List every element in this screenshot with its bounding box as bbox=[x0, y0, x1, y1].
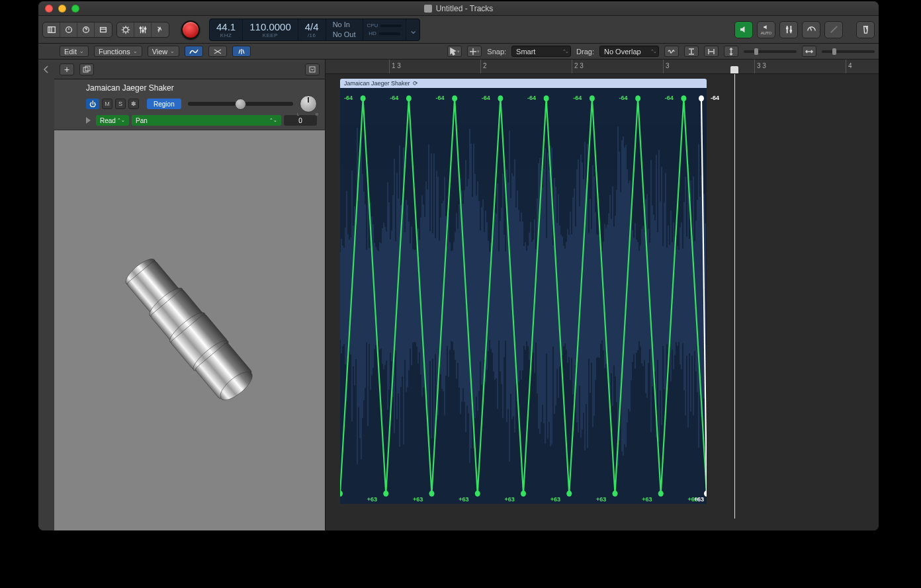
editors-button[interactable] bbox=[152, 22, 169, 37]
automation-point-label: +63 bbox=[596, 496, 606, 503]
ruler-mark: 3 3 bbox=[754, 60, 766, 73]
waveform-area[interactable]: Jamaican Jaeger Shaker⟳ -64-64-64-64-64-… bbox=[326, 74, 879, 519]
playhead-handle[interactable] bbox=[730, 66, 738, 74]
snap-select[interactable]: Smart bbox=[511, 46, 571, 57]
help-button[interactable] bbox=[77, 22, 95, 37]
mute-button[interactable]: M bbox=[102, 99, 112, 109]
auto-button[interactable]: AUTO bbox=[757, 21, 775, 38]
svg-point-30 bbox=[521, 491, 526, 497]
svg-point-31 bbox=[544, 95, 549, 101]
hzoom-button[interactable] bbox=[802, 46, 816, 57]
region-mode-button[interactable]: Region bbox=[147, 99, 181, 109]
library-button[interactable] bbox=[43, 22, 60, 37]
ruler-mark: 1 3 bbox=[389, 60, 401, 73]
track-name[interactable]: Jamaican Jaeger Shaker bbox=[86, 83, 317, 93]
svg-rect-3 bbox=[101, 27, 107, 32]
power-button[interactable]: ⏻ bbox=[86, 99, 99, 109]
lcd-tempo[interactable]: 110.0000 KEEP bbox=[243, 19, 298, 40]
svg-point-9 bbox=[789, 30, 792, 32]
bottom-strip bbox=[326, 519, 879, 530]
metronome-button[interactable] bbox=[856, 21, 875, 38]
left-gutter bbox=[38, 60, 54, 530]
drag-label: Drag: bbox=[576, 48, 594, 56]
arrange-area: 1 322 333 34 Jamaican Jaeger Shaker⟳ -64… bbox=[326, 60, 879, 530]
lcd-performance[interactable]: CPU HD bbox=[363, 19, 407, 40]
tuner-button[interactable] bbox=[802, 21, 820, 38]
automation-point-label: +63 bbox=[459, 496, 468, 503]
automation-disclosure-icon[interactable] bbox=[86, 117, 91, 124]
track-list-menu-button[interactable] bbox=[305, 63, 320, 75]
automation-param-select[interactable]: Pan⌃⌄ bbox=[132, 115, 281, 126]
close-icon[interactable] bbox=[45, 5, 53, 13]
edit-menu[interactable]: Edit⌄ bbox=[60, 46, 89, 57]
automation-point-label: -64 bbox=[436, 95, 445, 101]
loop-button[interactable] bbox=[824, 21, 843, 38]
toolbar-button[interactable] bbox=[95, 22, 112, 37]
svg-point-27 bbox=[452, 95, 457, 101]
snap-label: Snap: bbox=[487, 48, 506, 56]
duplicate-track-button[interactable] bbox=[79, 63, 94, 75]
marquee-button[interactable] bbox=[232, 46, 251, 57]
automation-curve-button[interactable] bbox=[185, 46, 203, 57]
freeze-button[interactable]: ✽ bbox=[128, 99, 139, 109]
track-header[interactable]: Jamaican Jaeger Shaker ⏻ M S ✽ Region L … bbox=[54, 79, 325, 130]
automation-point-label: +63 bbox=[504, 496, 514, 503]
flex-button[interactable] bbox=[208, 46, 227, 57]
record-button[interactable] bbox=[181, 21, 200, 39]
timeline-ruler[interactable]: 1 322 333 34 bbox=[326, 60, 879, 74]
vfit-button[interactable] bbox=[684, 46, 699, 57]
zoom-icon[interactable] bbox=[71, 5, 79, 13]
master-volume-button[interactable] bbox=[734, 21, 753, 38]
add-track-button[interactable]: + bbox=[60, 63, 74, 75]
vzoom-button[interactable] bbox=[724, 46, 738, 57]
svg-point-36 bbox=[658, 491, 664, 497]
count-in-button[interactable] bbox=[779, 21, 798, 38]
solo-button[interactable]: S bbox=[115, 99, 126, 109]
automation-mode-select[interactable]: Read⌃⌄ bbox=[96, 115, 129, 126]
instrument-preview bbox=[54, 130, 325, 530]
functions-menu[interactable]: Functions⌄ bbox=[94, 46, 142, 57]
drag-select[interactable]: No Overlap bbox=[599, 46, 659, 57]
automation-point-label: +63 bbox=[367, 496, 377, 503]
svg-point-29 bbox=[498, 95, 503, 101]
lcd-io[interactable]: No In No Out bbox=[326, 19, 363, 40]
pan-knob[interactable] bbox=[300, 95, 317, 112]
ruler-mark: 3 bbox=[663, 60, 670, 73]
alt-tool[interactable]: ▾ bbox=[467, 46, 482, 57]
svg-point-25 bbox=[406, 95, 412, 101]
view-menu[interactable]: View⌄ bbox=[148, 46, 180, 57]
svg-point-26 bbox=[429, 491, 435, 497]
pointer-tool[interactable]: ▾ bbox=[447, 46, 462, 57]
svg-point-7 bbox=[144, 27, 146, 29]
main-toolbar: 44.1 KHZ 110.0000 KEEP 4/4 /16 No In No … bbox=[38, 16, 879, 44]
minimize-icon[interactable] bbox=[58, 5, 66, 13]
automation-point-label: -64 bbox=[711, 95, 719, 101]
vzoom-slider[interactable] bbox=[744, 50, 797, 53]
smart-controls-button[interactable] bbox=[117, 22, 134, 37]
automation-point-label: +63 bbox=[642, 496, 652, 503]
region-header[interactable]: Jamaican Jaeger Shaker⟳ bbox=[340, 79, 707, 88]
back-arrow-icon[interactable] bbox=[42, 65, 51, 74]
volume-slider[interactable] bbox=[188, 102, 293, 106]
automation-value[interactable]: 0 bbox=[284, 115, 317, 126]
waveform-zoom-button[interactable] bbox=[664, 46, 679, 57]
svg-point-39 bbox=[699, 95, 704, 101]
lcd-menu-icon[interactable]: ⌄ bbox=[406, 19, 419, 40]
window-title: Untitled - Tracks bbox=[38, 4, 879, 13]
automation-point-label: -64 bbox=[344, 95, 353, 101]
loop-icon: ⟳ bbox=[413, 80, 418, 87]
automation-point-label: +63 bbox=[413, 496, 423, 503]
playhead[interactable] bbox=[734, 74, 735, 519]
svg-point-33 bbox=[590, 95, 595, 101]
automation-point-label: +63 bbox=[550, 496, 560, 503]
lcd-time-signature[interactable]: 4/4 /16 bbox=[298, 19, 326, 40]
inspector-button[interactable] bbox=[60, 22, 77, 37]
hfit-button[interactable] bbox=[704, 46, 719, 57]
svg-point-34 bbox=[613, 491, 618, 497]
lcd-sample-rate[interactable]: 44.1 KHZ bbox=[210, 19, 243, 40]
hzoom-slider[interactable] bbox=[822, 50, 875, 53]
titlebar: Untitled - Tracks bbox=[38, 1, 879, 16]
audio-region[interactable]: Jamaican Jaeger Shaker⟳ -64-64-64-64-64-… bbox=[340, 79, 707, 504]
automation-point-label: -64 bbox=[665, 95, 674, 101]
mixer-button[interactable] bbox=[134, 22, 152, 37]
